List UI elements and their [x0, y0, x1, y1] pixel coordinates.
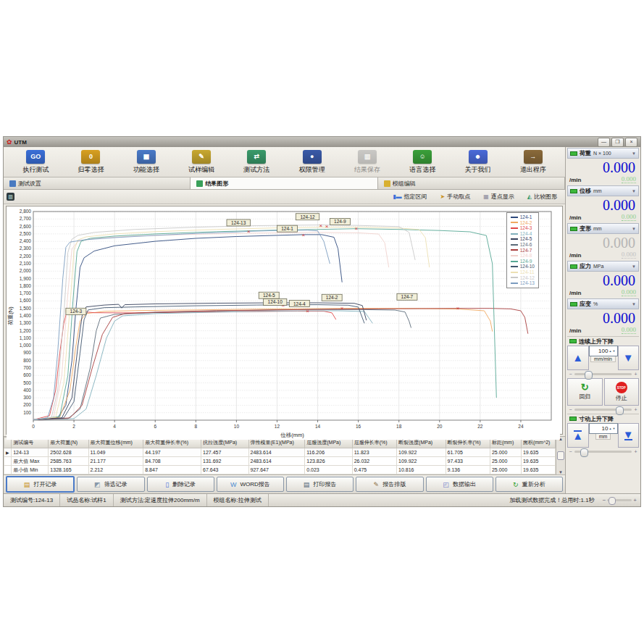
jog-down-button[interactable]: ▼ [618, 423, 640, 448]
slider-minus-icon[interactable]: − [568, 407, 573, 412]
series-annotation[interactable]: 124-1 [277, 225, 297, 232]
zero-select-icon: 0 [81, 150, 100, 164]
speed-input[interactable]: 100▲ ▼ [589, 346, 618, 356]
chevron-down-icon[interactable]: ▼ [632, 227, 636, 231]
table-cell: 19.635 [521, 466, 555, 474]
print-report-button[interactable]: ▤打印报告 [286, 477, 354, 492]
channel-status-icon [570, 302, 577, 306]
reanalyze-button[interactable]: ↻重新分析 [495, 477, 563, 492]
chevron-down-icon[interactable]: ▼ [632, 264, 636, 269]
zoom-slider-thumb[interactable] [609, 497, 616, 505]
subtoolbar-hand-pick-button[interactable]: ➤手动取点 [435, 191, 476, 202]
svg-text:124-9: 124-9 [334, 219, 346, 224]
svg-text:1,100: 1,100 [20, 335, 32, 340]
table-row[interactable]: 最小值 Min1328.1652.2128.84767.643927.6470.… [4, 466, 556, 474]
report-layout-button[interactable]: ✎报告排版 [356, 477, 423, 492]
svg-text:124-12: 124-12 [300, 214, 315, 219]
max-load-marker: × [247, 228, 251, 235]
slider-track[interactable] [574, 409, 632, 411]
toolbar-item-test-method[interactable]: ⇄测试方法 [230, 150, 283, 175]
legend-entry: 124-12 [511, 275, 535, 281]
toolbar-item-language-select[interactable]: ☺语言选择 [396, 150, 448, 175]
table-row[interactable]: ▶124-132502.62811.04944.197127.4572483.6… [4, 448, 556, 457]
result-save-icon: ▥ [358, 150, 377, 164]
slider-thumb[interactable] [585, 371, 593, 380]
jog-slider[interactable]: −+ [567, 448, 639, 456]
subtoolbar-range-select-button[interactable]: ▮▬指定区间 [388, 191, 432, 202]
filter-record-button[interactable]: ◩筛选记录 [77, 477, 144, 492]
toolbar-item-permission[interactable]: ●权限管理 [286, 150, 338, 175]
slider-thumb[interactable] [616, 406, 624, 415]
channel-label: 变形 [580, 225, 591, 233]
module-edit-icon [384, 180, 390, 187]
toolbar-item-about-us[interactable]: ☻关于我们 [452, 150, 504, 175]
word-report-button[interactable]: WWORD报告 [217, 477, 284, 492]
toolbar-item-exit[interactable]: →退出程序 [507, 150, 559, 175]
toolbar-item-run-test[interactable]: GO执行测试 [9, 150, 62, 175]
tab-test-settings[interactable]: 测试设置 [4, 177, 191, 189]
slider-minus-icon[interactable]: − [568, 372, 573, 377]
toolbar-item-label: 归零选择 [78, 165, 104, 175]
chart-svg: ×××××××××××124-3124-13124-1124-12124-912… [7, 206, 560, 440]
series-annotation[interactable]: 124-7 [397, 293, 417, 300]
tab-result-graph[interactable]: 结果图形 [191, 177, 377, 189]
slider-plus-icon[interactable]: + [633, 372, 638, 377]
slider-thumb[interactable] [580, 448, 588, 457]
scroll-thumb[interactable] [557, 451, 564, 460]
zoom-plus-icon[interactable]: + [633, 497, 637, 503]
continuous-down-button[interactable]: ▼ [618, 346, 640, 370]
open-record-button[interactable]: ▤打开记录 [6, 476, 75, 493]
svg-text:124-3: 124-3 [70, 309, 83, 314]
table-cell: 84.708 [143, 457, 201, 466]
toolbar-item-sample-edit[interactable]: ✎试样编辑 [175, 150, 227, 175]
slider-plus-icon[interactable]: + [633, 449, 638, 454]
stop-button[interactable]: STOP停止 [604, 378, 640, 406]
jog-step-input[interactable]: 10▲ ▼ [589, 423, 618, 434]
continuous-up-button[interactable]: ▲ [567, 346, 589, 370]
slider-track[interactable] [574, 373, 632, 375]
restore-button[interactable]: ❐ [611, 138, 624, 147]
svg-text:2,600: 2,600 [20, 224, 32, 229]
action-button-label: 报告排版 [382, 480, 406, 488]
jog-up-button[interactable]: ▲ [567, 423, 589, 448]
chevron-down-icon[interactable]: ▼ [632, 151, 636, 156]
series-annotation[interactable]: 124-10 [263, 298, 286, 305]
data-export-button[interactable]: ◰数据输出 [426, 477, 493, 492]
regress-button[interactable]: ↻回归 [567, 378, 603, 406]
minimize-button[interactable]: — [598, 138, 610, 147]
mid-slider[interactable]: −+ [567, 406, 639, 414]
save-icon[interactable]: ▥ [7, 193, 14, 201]
table-cell: 9.136 [446, 466, 490, 474]
spinner-arrows-icon[interactable]: ▲ ▼ [609, 350, 615, 352]
series-annotation[interactable]: 124-9 [330, 218, 350, 225]
toolbar-item-function-select[interactable]: ▦功能选择 [120, 150, 172, 175]
continuous-slider[interactable]: −+ [567, 370, 639, 378]
results-table[interactable]: 测试编号最大荷重(N)最大荷重位移(mm)最大荷重伸长率(%)抗拉强度(MPa)… [4, 437, 556, 474]
series-annotation[interactable]: 124-13 [227, 219, 250, 226]
tab-module-edit[interactable]: 模组编辑 [378, 177, 565, 189]
delete-record-button[interactable]: ▯删除记录 [147, 477, 214, 492]
rate-label: /min [569, 290, 581, 296]
subtoolbar-point-display-button[interactable]: ▦逐点显示 [478, 191, 519, 202]
channel-label: 位移 [580, 187, 591, 195]
series-annotation[interactable]: 124-2 [322, 294, 342, 301]
slider-plus-icon[interactable]: + [633, 407, 638, 412]
series-annotation[interactable]: 124-3 [66, 308, 86, 314]
spinner-arrows-icon[interactable]: ▲ ▼ [609, 427, 615, 430]
slider-minus-icon[interactable]: − [568, 449, 573, 454]
close-button[interactable]: × [625, 138, 637, 147]
slider-track[interactable] [574, 451, 632, 453]
toolbar-item-zero-select[interactable]: 0归零选择 [64, 150, 117, 175]
table-scrollbar[interactable]: ▲ ▼ [556, 437, 565, 474]
zoom-minus-icon[interactable]: − [603, 497, 606, 503]
table-row[interactable]: 最大值 Max2585.76321.17784.708131.6922483.6… [4, 457, 556, 466]
svg-text:2,500: 2,500 [20, 231, 32, 236]
series-annotation[interactable]: 124-5 [259, 292, 279, 298]
status-zoom-slider[interactable]: − + [599, 497, 640, 503]
subtoolbar-compare-graph-button[interactable]: ◭比较图形 [522, 191, 562, 202]
series-annotation[interactable]: 124-4 [289, 301, 309, 307]
series-annotation[interactable]: 124-12 [296, 214, 319, 220]
svg-text:8: 8 [195, 424, 198, 429]
chevron-down-icon[interactable]: ▼ [632, 189, 636, 193]
chevron-down-icon[interactable]: ▼ [632, 302, 636, 306]
